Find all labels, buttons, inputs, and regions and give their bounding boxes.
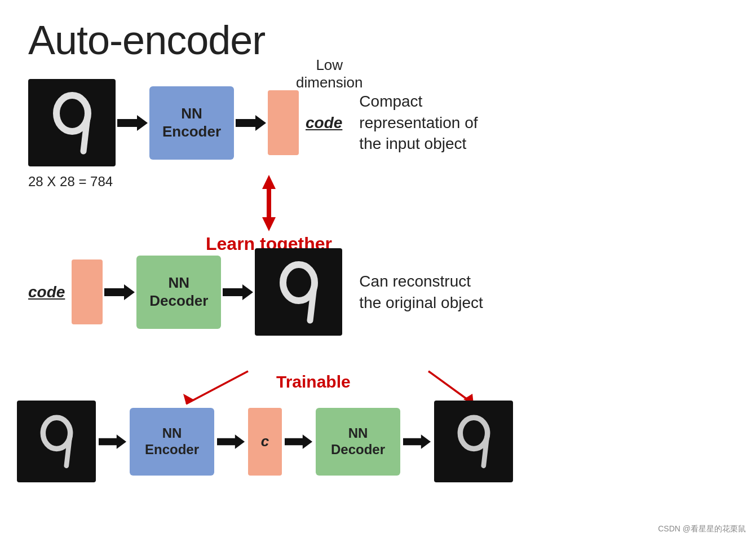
can-reconstruct-text: Can reconstructthe original object	[359, 271, 483, 314]
svg-point-0	[56, 95, 88, 131]
decoder-pipeline: code NNDecoder Can reconstructthe origin…	[28, 248, 728, 336]
code-box-top	[268, 90, 299, 155]
svg-line-1	[83, 117, 87, 151]
svg-marker-4	[262, 175, 276, 189]
bottom-arrow-4	[400, 432, 434, 452]
bottom-output-digit	[434, 401, 513, 482]
svg-marker-3	[236, 115, 266, 131]
svg-line-22	[483, 437, 487, 466]
bottom-encoder-box: NNEncoder	[130, 408, 214, 476]
watermark: CSDN @看星星的花栗鼠	[658, 524, 746, 534]
svg-point-21	[460, 417, 487, 448]
arrow-decoder-to-output	[221, 282, 255, 302]
vertical-double-arrow	[260, 175, 277, 231]
svg-rect-5	[267, 187, 271, 219]
trainable-label: Trainable	[276, 372, 351, 392]
page-title: Auto-encoder	[28, 17, 265, 63]
input-digit-image	[28, 79, 116, 166]
svg-marker-2	[117, 115, 148, 131]
svg-marker-20	[403, 434, 431, 448]
svg-line-13	[428, 371, 474, 404]
svg-marker-6	[262, 217, 276, 231]
bottom-arrow-3	[282, 432, 316, 452]
svg-point-15	[43, 417, 70, 448]
bottom-arrow-2	[214, 432, 248, 452]
bottom-decoder-box: NNDecoder	[316, 408, 400, 476]
encoder-label: NNEncoder	[162, 105, 221, 140]
svg-marker-7	[104, 284, 135, 300]
bottom-arrow-1	[96, 432, 130, 452]
svg-line-16	[66, 437, 69, 466]
svg-marker-18	[217, 434, 245, 448]
svg-line-10	[310, 287, 314, 320]
code-box-decoder	[72, 259, 103, 324]
bottom-input-digit	[17, 401, 96, 482]
arrow-code-to-decoder	[103, 282, 136, 302]
arrow-encoder-to-code	[234, 113, 268, 133]
svg-line-11	[186, 371, 248, 404]
svg-point-9	[283, 265, 315, 301]
bottom-c-label: c	[261, 433, 269, 450]
compact-representation-text: Compactrepresentation ofthe input object	[359, 91, 478, 155]
svg-marker-19	[285, 434, 312, 448]
bottom-pipeline: NNEncoder c NNDecoder	[17, 401, 739, 482]
svg-marker-8	[223, 284, 253, 300]
nn-encoder-box: NNEncoder	[149, 86, 234, 160]
decoder-label: NNDecoder	[149, 274, 208, 309]
top-pipeline: NNEncoder code Compactrepresentation oft…	[28, 79, 728, 166]
bottom-encoder-label: NNEncoder	[145, 425, 199, 458]
code-text-bottom: code	[28, 283, 65, 301]
svg-marker-17	[99, 434, 126, 448]
arrow-input-to-encoder	[116, 113, 149, 133]
pixel-dimension-label: 28 X 28 = 784	[28, 174, 113, 190]
bottom-decoder-label: NNDecoder	[331, 425, 385, 458]
output-digit-image	[255, 248, 342, 336]
bottom-code-box: c	[248, 408, 282, 476]
learn-together-section: Learn together	[206, 175, 332, 254]
code-text-top: code	[306, 114, 342, 132]
nn-decoder-box: NNDecoder	[136, 256, 221, 329]
